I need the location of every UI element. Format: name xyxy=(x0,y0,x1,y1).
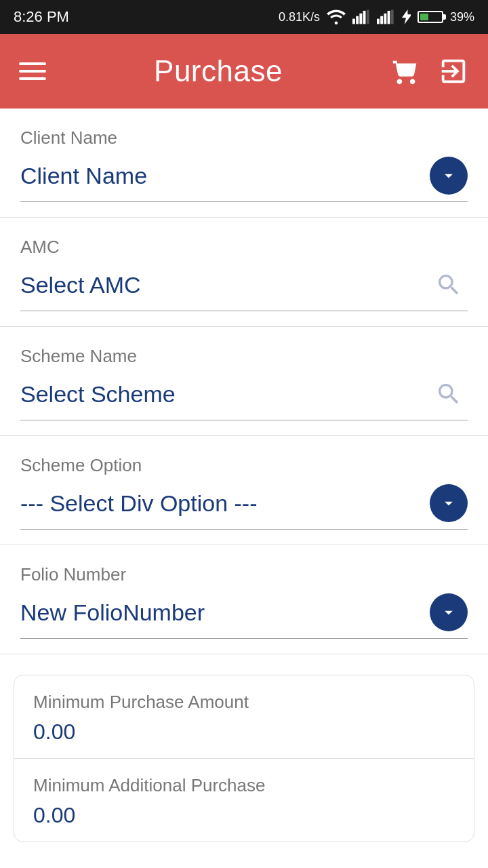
client-name-field: Client Name Client Name xyxy=(0,108,488,218)
purchase-info-card: Minimum Purchase Amount 0.00 Minimum Add… xyxy=(14,675,474,842)
svg-rect-2 xyxy=(359,14,362,24)
wifi-icon xyxy=(327,9,346,24)
min-purchase-label: Minimum Purchase Amount xyxy=(33,692,455,713)
status-icons: 0.81K/s 39% xyxy=(279,9,474,24)
min-additional-value: 0.00 xyxy=(33,803,455,828)
menu-button[interactable] xyxy=(19,62,46,80)
network-speed: 0.81K/s xyxy=(279,10,320,24)
folio-number-row[interactable]: New FolioNumber xyxy=(20,593,468,639)
svg-rect-6 xyxy=(380,16,383,24)
amc-placeholder: Select AMC xyxy=(20,272,141,298)
scheme-name-row[interactable]: Select Scheme xyxy=(20,375,468,420)
folio-number-field: Folio Number New FolioNumber xyxy=(0,545,488,654)
cart-button[interactable] xyxy=(390,56,422,87)
svg-rect-1 xyxy=(356,16,359,24)
chevron-down-icon xyxy=(439,166,458,185)
chevron-down-icon xyxy=(439,494,458,513)
svg-rect-9 xyxy=(391,10,394,24)
amount-section-label: Amount to be invested xyxy=(0,863,488,868)
scheme-option-value: --- Select Div Option --- xyxy=(20,490,258,517)
folio-number-value: New FolioNumber xyxy=(20,599,205,626)
folio-number-label: Folio Number xyxy=(20,564,468,585)
time-display: 8:26 PM xyxy=(14,8,69,26)
svg-rect-8 xyxy=(388,11,390,24)
signal-icon xyxy=(352,9,370,24)
min-additional-label: Minimum Additional Purchase xyxy=(33,775,455,796)
battery-indicator xyxy=(418,11,443,23)
svg-rect-0 xyxy=(352,19,355,24)
scheme-name-placeholder: Select Scheme xyxy=(20,381,176,408)
app-bar-actions xyxy=(390,56,469,87)
amc-row[interactable]: Select AMC xyxy=(20,266,468,311)
battery-percent: 39% xyxy=(450,10,474,24)
svg-rect-7 xyxy=(384,14,386,24)
scheme-option-dropdown[interactable] xyxy=(430,484,468,522)
cart-icon xyxy=(390,56,422,87)
search-icon xyxy=(435,380,462,408)
status-bar: 8:26 PM 0.81K/s xyxy=(0,0,488,34)
signal2-icon xyxy=(377,9,394,24)
folio-number-dropdown[interactable] xyxy=(430,593,468,631)
client-name-dropdown[interactable] xyxy=(430,157,468,195)
scheme-name-field: Scheme Name Select Scheme xyxy=(0,327,488,436)
scheme-option-field: Scheme Option --- Select Div Option --- xyxy=(0,436,488,545)
svg-rect-5 xyxy=(377,19,380,24)
min-additional-row: Minimum Additional Purchase 0.00 xyxy=(14,758,474,842)
form-content: Client Name Client Name AMC Select AMC S… xyxy=(0,108,488,868)
min-purchase-value: 0.00 xyxy=(33,719,455,745)
client-name-label: Client Name xyxy=(20,127,468,149)
scheme-option-label: Scheme Option xyxy=(20,455,468,476)
status-time: 8:26 PM xyxy=(14,8,69,26)
chevron-down-icon xyxy=(439,603,458,622)
search-icon xyxy=(435,271,462,298)
scheme-option-row[interactable]: --- Select Div Option --- xyxy=(20,484,468,530)
svg-rect-4 xyxy=(367,10,369,24)
svg-rect-3 xyxy=(363,11,366,24)
logout-icon xyxy=(438,56,469,87)
amc-label: AMC xyxy=(20,237,468,258)
charging-icon xyxy=(401,9,411,24)
scheme-search[interactable] xyxy=(430,375,468,413)
client-name-value: Client Name xyxy=(20,163,147,189)
amc-search[interactable] xyxy=(430,266,468,304)
amc-field: AMC Select AMC xyxy=(0,218,488,327)
app-bar: Purchase xyxy=(0,34,488,108)
page-title: Purchase xyxy=(154,54,283,88)
min-purchase-row: Minimum Purchase Amount 0.00 xyxy=(14,675,474,758)
logout-button[interactable] xyxy=(438,56,469,87)
scheme-name-label: Scheme Name xyxy=(20,346,468,367)
client-name-row[interactable]: Client Name xyxy=(20,157,468,202)
